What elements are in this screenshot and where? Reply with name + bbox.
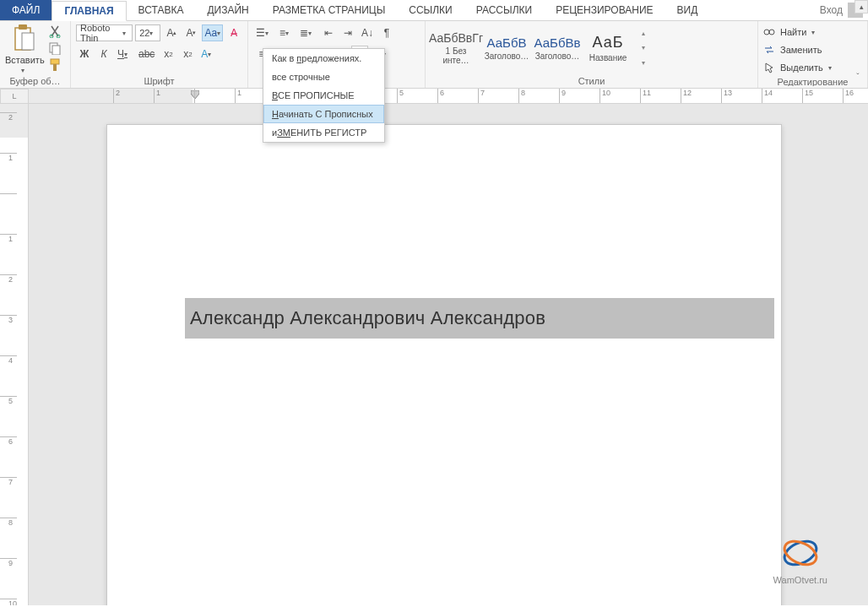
paste-label: Вставить [5, 55, 45, 65]
change-case-button[interactable]: Aa ▾ [202, 24, 223, 41]
group-editing-label: Редактирование [763, 75, 862, 86]
cursor-icon [763, 62, 775, 73]
shrink-font-button[interactable]: A▾ [182, 24, 199, 41]
copy-icon[interactable] [48, 41, 62, 55]
paste-button[interactable]: Вставить ▾ [5, 24, 45, 73]
case-sentence[interactable]: Как в предложениях. [263, 49, 384, 68]
strike-button[interactable]: abc [136, 46, 157, 62]
clear-format-button[interactable]: A̶ [225, 24, 242, 41]
tab-strip: ФАЙЛ ГЛАВНАЯ ВСТАВКА ДИЗАЙН РАЗМЕТКА СТР… [0, 0, 868, 21]
svg-rect-8 [53, 64, 57, 71]
group-clipboard-label: Буфер об… [5, 74, 65, 86]
font-size-value: 22 [139, 28, 149, 38]
style-item-1[interactable]: АаБбВЗаголово… [481, 26, 532, 70]
chevron-down-icon: ▾ [122, 30, 128, 36]
replace-icon [763, 44, 775, 56]
format-painter-icon[interactable] [48, 58, 62, 72]
svg-rect-2 [22, 33, 34, 50]
case-upper[interactable]: ВСЕ ПРОПИСНЫЕ [263, 86, 384, 105]
increase-indent-button[interactable]: ⇥ [339, 24, 356, 41]
cut-icon[interactable] [48, 24, 62, 38]
chevron-down-icon: ▾ [149, 30, 156, 36]
change-case-menu: Как в предложениях. все строчные ВСЕ ПРО… [263, 48, 385, 143]
page: Александр Александрович Александров [106, 124, 782, 605]
show-marks-button[interactable]: ¶ [378, 24, 395, 41]
numbering-button[interactable]: ≡▾ [277, 24, 295, 41]
collapse-ribbon-button[interactable]: ˇ [851, 73, 865, 86]
sort-button[interactable]: A↓ [359, 24, 376, 41]
chevron-down-icon: ▾ [21, 67, 28, 73]
styles-scroll[interactable]: ▴▾▾ [637, 26, 650, 70]
style-item-0[interactable]: АаБбВвГг1 Без инте… [431, 26, 481, 70]
chevron-up-icon: ▴ [642, 30, 645, 37]
binoculars-icon [763, 26, 775, 38]
bullets-button[interactable]: ☰▾ [253, 24, 274, 41]
tab-mailings[interactable]: РАССЫЛКИ [464, 0, 544, 20]
multilevel-button[interactable]: ≣▾ [297, 24, 317, 41]
watermark: WamOtvet.ru [773, 533, 827, 585]
svg-rect-1 [19, 24, 27, 30]
svg-point-9 [764, 30, 769, 35]
more-icon: ▾ [642, 59, 645, 67]
ribbon: Вставить ▾ Буфер об… Roboto Thin▾ 22▾ A▴ [0, 21, 868, 89]
chevron-down-icon: ▾ [642, 44, 645, 51]
decrease-indent-button[interactable]: ⇤ [320, 24, 337, 41]
login-label: Вход [820, 4, 843, 16]
font-name-value: Roboto Thin [80, 23, 122, 43]
chevron-down-icon: ▾ [811, 29, 818, 35]
grow-font-button[interactable]: A▴ [163, 24, 180, 41]
watermark-logo-icon [780, 533, 821, 573]
chevron-down-icon: ▾ [828, 64, 835, 71]
scroll-up-button[interactable]: ▴ [854, 0, 868, 14]
ruler-row: L 21123456789101112131415161718 ▴ [0, 89, 868, 104]
svg-point-13 [781, 537, 820, 570]
group-font: Roboto Thin▾ 22▾ A▴ A▾ Aa ▾ A̶ Ж К Ч ▾ a… [71, 21, 248, 88]
selected-text[interactable]: Александр Александрович Александров [185, 298, 774, 339]
group-font-label: Шрифт [76, 74, 242, 86]
style-item-3[interactable]: АаБНазвание [583, 26, 633, 70]
font-name-combo[interactable]: Roboto Thin▾ [76, 24, 133, 41]
tab-design[interactable]: ДИЗАЙН [195, 0, 260, 20]
case-capitalize[interactable]: Начинать С Прописных [263, 105, 384, 123]
select-button[interactable]: Выделить ▾ [763, 60, 862, 75]
svg-rect-7 [51, 59, 59, 64]
case-lower[interactable]: все строчные [263, 68, 384, 86]
tab-review[interactable]: РЕЦЕНЗИРОВАНИЕ [544, 0, 665, 20]
replace-button[interactable]: Заменить [763, 42, 862, 57]
style-item-2[interactable]: АаБбВвЗаголово… [532, 26, 583, 70]
horizontal-ruler[interactable]: 21123456789101112131415161718 [29, 89, 868, 104]
tab-selector[interactable]: L [0, 89, 29, 104]
subscript-button[interactable]: x2 [160, 46, 176, 62]
group-styles-label: Стили [431, 74, 752, 86]
document-canvas[interactable]: Александр Александрович Александров WamO… [29, 104, 868, 605]
watermark-text: WamOtvet.ru [773, 575, 827, 585]
group-styles: АаБбВвГг1 Без инте… АаБбВЗаголово… АаБбВ… [426, 21, 758, 88]
vertical-ruler[interactable]: 211234567891011 [0, 104, 29, 605]
tab-links[interactable]: ССЫЛКИ [397, 0, 464, 20]
case-toggle[interactable]: иЗМЕНИТЬ РЕГИСТР [263, 123, 384, 142]
underline-button[interactable]: Ч ▾ [115, 46, 133, 62]
font-size-combo[interactable]: 22▾ [135, 24, 160, 41]
find-button[interactable]: Найти ▾ [763, 24, 862, 40]
text-effects-button[interactable]: A ▾ [198, 46, 217, 62]
superscript-button[interactable]: x2 [179, 46, 196, 62]
tab-insert[interactable]: ВСТАВКА [127, 0, 196, 20]
italic-button[interactable]: К [95, 46, 112, 62]
group-clipboard: Вставить ▾ Буфер об… [0, 21, 71, 88]
bold-button[interactable]: Ж [76, 46, 93, 62]
svg-point-10 [769, 30, 774, 35]
tab-file[interactable]: ФАЙЛ [0, 0, 52, 20]
tab-view[interactable]: ВИД [665, 0, 710, 20]
svg-rect-6 [52, 46, 60, 55]
tab-home[interactable]: ГЛАВНАЯ [52, 1, 126, 21]
tab-layout[interactable]: РАЗМЕТКА СТРАНИЦЫ [261, 0, 398, 20]
paste-icon [12, 24, 37, 53]
work-area: 211234567891011 Александр Александрович … [0, 104, 868, 605]
